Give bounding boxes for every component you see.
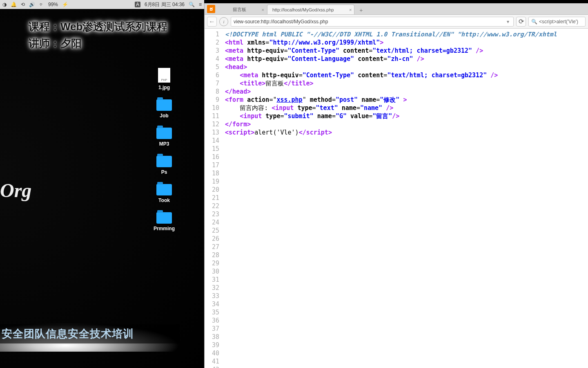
source-line	[225, 300, 557, 308]
line-number: 21	[205, 194, 219, 202]
source-line	[225, 235, 557, 243]
new-tab-button[interactable]: +	[356, 7, 366, 13]
source-line: <script>alert('Vle')</script>	[225, 128, 557, 137]
folder-icon	[156, 184, 172, 195]
reload-button[interactable]: ⟳	[516, 17, 526, 27]
back-button[interactable]: ←	[207, 17, 217, 27]
xampp-tab-icon[interactable]: ຮ	[207, 5, 215, 13]
source-line	[225, 194, 557, 202]
desktop-icon-took[interactable]: Took	[156, 184, 172, 203]
line-number: 8	[205, 88, 219, 96]
line-number: 33	[205, 292, 219, 300]
site-info-button[interactable]: i	[219, 17, 228, 26]
source-line	[225, 177, 557, 186]
source-line: </form>	[225, 120, 557, 128]
address-bar-text: view-source:http://localhost/MyGod/xss.p…	[234, 19, 328, 25]
sync-icon[interactable]: ⟲	[21, 2, 25, 7]
line-number: 17	[205, 161, 219, 169]
tab-label: http://localhost/MyGod/xss.php	[272, 7, 334, 12]
line-number: 30	[205, 267, 219, 276]
source-line	[225, 325, 557, 333]
browser-tab-1[interactable]: http://localhost/MyGod/xss.php×	[267, 4, 354, 14]
line-number: 6	[205, 71, 219, 79]
menubar-datetime: 6月8日 周三 04:36	[145, 1, 185, 8]
address-bar[interactable]: view-source:http://localhost/MyGod/xss.p…	[231, 17, 514, 27]
folder-icon	[156, 212, 172, 224]
tab-close-icon[interactable]: ×	[262, 7, 264, 12]
source-line	[225, 243, 557, 251]
line-number: 39	[205, 341, 219, 349]
line-number: 15	[205, 145, 219, 153]
back-arrow-icon: ←	[209, 18, 215, 25]
urlbar-dropdown-icon[interactable]: ▾	[505, 19, 511, 25]
search-bar[interactable]: 🔍 <script>alert('Vle')	[528, 17, 586, 27]
view-source-panel[interactable]: 1234567891011121314151617181920212223242…	[205, 29, 588, 368]
source-line	[225, 316, 557, 325]
desktop-icon-1.jpg[interactable]: 1.jpg	[158, 68, 170, 90]
desktop-icon-prmming[interactable]: Prmming	[154, 212, 175, 231]
line-number: 7	[205, 79, 219, 88]
source-line	[225, 267, 557, 276]
source-line: <form action="xss.php" method="post" nam…	[225, 96, 557, 104]
desktop-icons-column: 1.jpgJobMP3PsTookPrmming	[154, 68, 175, 231]
search-icon: 🔍	[531, 19, 537, 25]
line-number: 19	[205, 177, 219, 186]
line-number: 22	[205, 202, 219, 210]
folder-icon	[156, 128, 172, 139]
source-line	[225, 357, 557, 366]
source-line: <head>	[225, 63, 557, 71]
source-line: <meta http-equiv="Content-Language" cont…	[225, 55, 557, 63]
line-number: 34	[205, 300, 219, 308]
volume-icon[interactable]: 🔊	[29, 2, 35, 7]
desktop-icon-mp3[interactable]: MP3	[156, 128, 172, 147]
source-line	[225, 276, 557, 284]
line-number: 23	[205, 210, 219, 218]
source-line	[225, 292, 557, 300]
firefox-window: ຮ 留言板×http://localhost/MyGod/xss.php× + …	[204, 3, 588, 368]
line-number: 10	[205, 104, 219, 112]
desktop-icon-label: Job	[160, 113, 168, 119]
line-number: 12	[205, 120, 219, 128]
line-number: 32	[205, 284, 219, 292]
tab-close-icon[interactable]: ×	[349, 7, 352, 12]
course-title: 课程：Web渗透测试系列课程	[29, 20, 167, 34]
source-line	[225, 137, 557, 145]
source-line	[225, 153, 557, 161]
line-number: 26	[205, 235, 219, 243]
desktop-icon-ps[interactable]: Ps	[156, 156, 172, 175]
source-line	[225, 218, 557, 227]
source-line: <meta http-equiv="Content-Type" content=…	[225, 71, 557, 79]
desktop-icon-job[interactable]: Job	[156, 99, 172, 119]
source-line: </head>	[225, 88, 557, 96]
line-number: 29	[205, 259, 219, 267]
line-number-gutter: 1234567891011121314151617181920212223242…	[205, 29, 223, 368]
line-number: 35	[205, 308, 219, 316]
source-line: <input type="submit" name="G" value="留言"…	[225, 112, 557, 120]
folder-icon	[156, 156, 172, 167]
source-line	[225, 308, 557, 316]
finder-icon[interactable]: ◑	[2, 2, 7, 7]
line-number: 37	[205, 325, 219, 333]
line-number: 28	[205, 251, 219, 259]
line-number: 13	[205, 128, 219, 137]
desktop-icon-label: 1.jpg	[158, 85, 170, 90]
source-code[interactable]: <!DOCTYPE html PUBLIC "-//W3C//DTD XHTML…	[223, 29, 557, 368]
footer-training-text: 安全团队信息安全技术培训	[0, 324, 180, 343]
desktop-icon-label: Ps	[161, 169, 167, 175]
reload-icon: ⟳	[519, 18, 524, 25]
line-number: 3	[205, 47, 219, 55]
source-line	[225, 145, 557, 153]
notifications-icon[interactable]: 🔔	[11, 2, 17, 7]
source-line	[225, 284, 557, 292]
spotlight-icon[interactable]: 🔍	[189, 2, 195, 7]
source-line	[225, 259, 557, 267]
line-number: 41	[205, 357, 219, 366]
browser-tab-0[interactable]: 留言板×	[227, 4, 267, 14]
source-line	[225, 251, 557, 259]
menu-list-icon[interactable]: ≡	[199, 2, 202, 7]
line-number: 5	[205, 63, 219, 71]
line-number: 4	[205, 55, 219, 63]
wifi-icon[interactable]: ᯤ	[39, 2, 44, 7]
desktop-icon-label: MP3	[159, 141, 169, 147]
input-method-icon[interactable]: A	[135, 2, 140, 7]
